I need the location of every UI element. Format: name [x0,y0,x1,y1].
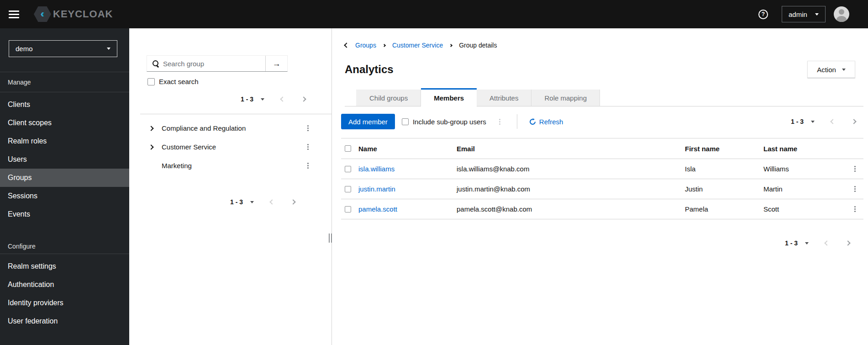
member-name-link[interactable]: isla.williams [358,165,457,173]
divider [0,72,129,72]
pagination-range[interactable]: 1 - 3 [785,239,798,247]
members-pagination-bottom: 1 - 3 [332,236,868,250]
next-page-icon[interactable] [845,240,850,245]
divider [140,114,331,114]
keycloak-logo: ‹‹ KEYCLOAK [34,6,113,22]
configure-nav: Realm settings Authentication Identity p… [0,257,129,330]
select-all-checkbox[interactable] [345,145,351,152]
prev-page-icon[interactable] [269,199,274,204]
action-dropdown-button[interactable]: Action [807,61,855,78]
realm-selector-value: demo [16,45,33,53]
exact-search-checkbox[interactable] [147,78,155,85]
group-search: → [147,55,288,72]
realm-selector[interactable]: demo [9,40,117,57]
sidebar: demo Manage Clients Client scopes Realm … [0,28,129,345]
sidebar-item-clients[interactable]: Clients [0,96,129,114]
kebab-menu-icon[interactable] [305,123,311,133]
members-toolbar: Add member Include sub-group users Refre… [341,112,863,131]
prev-page-icon[interactable] [830,119,835,124]
pagination-range[interactable]: 1 - 3 [241,96,253,103]
caret-down-icon[interactable] [250,201,254,203]
expand-chevron-icon[interactable] [148,144,153,149]
kebab-menu-icon[interactable] [852,184,858,194]
user-menu-dropdown[interactable]: admin [782,6,826,22]
breadcrumb-groups-link[interactable]: Groups [355,42,376,49]
tree-item-customer-service[interactable]: Customer Service [129,138,331,156]
back-chevron-icon[interactable] [344,42,349,48]
member-name-link[interactable]: pamela.scott [358,205,457,213]
user-menu-label: admin [789,11,807,18]
sidebar-item-users[interactable]: Users [0,150,129,169]
member-email: isla.williams@knab.com [457,165,685,173]
exact-search-label: Exact search [159,78,199,85]
breadcrumb-separator-icon [449,43,452,47]
kebab-menu-icon[interactable] [852,164,858,174]
caret-down-icon[interactable] [811,121,815,123]
topbar-actions: ? admin [758,6,868,22]
group-details-main: Groups Customer Service Group details An… [332,28,868,345]
members-table: Name Email First name Last name isla.wil… [341,138,863,219]
groups-tree-panel: → Exact search 1 - 3 Compliance and Regu… [129,28,332,345]
help-icon[interactable]: ? [758,10,768,19]
pagination-range[interactable]: 1 - 3 [230,198,243,206]
kebab-menu-icon[interactable] [852,204,858,214]
group-search-field[interactable] [147,56,265,71]
tab-bar: Child groups Members Attributes Role map… [345,88,863,106]
sidebar-item-identity-providers[interactable]: Identity providers [0,294,129,312]
title-row: Analytics Action [345,61,855,78]
tree-item-marketing[interactable]: Marketing [129,156,331,175]
member-first-name: Pamela [685,205,763,213]
sidebar-item-events[interactable]: Events [0,205,129,223]
sidebar-item-user-federation[interactable]: User federation [0,312,129,330]
pagination-range[interactable]: 1 - 3 [791,118,804,125]
kebab-menu-icon[interactable] [496,117,503,127]
manage-nav: Clients Client scopes Realm roles Users … [0,96,129,223]
caret-down-icon[interactable] [261,98,264,101]
group-tree: Compliance and Regulation Customer Servi… [129,119,331,175]
sidebar-item-realm-settings[interactable]: Realm settings [0,257,129,276]
member-name-link[interactable]: justin.martin [358,185,457,193]
avatar[interactable] [834,6,849,22]
include-subgroups-checkbox[interactable] [402,118,409,125]
panel-resize-handle[interactable] [329,234,332,243]
top-bar: ‹‹ KEYCLOAK ? admin [0,0,868,28]
search-submit-button[interactable]: → [265,56,287,71]
group-search-input[interactable] [163,60,265,68]
table-row: justin.martin justin.martin@knab.com Jus… [341,179,863,199]
sidebar-item-client-scopes[interactable]: Client scopes [0,114,129,132]
member-last-name: Martin [763,185,846,193]
tab-role-mapping[interactable]: Role mapping [531,90,600,106]
sidebar-item-authentication[interactable]: Authentication [0,276,129,294]
table-row: isla.williams isla.williams@knab.com Isl… [341,159,863,179]
add-member-button[interactable]: Add member [341,114,395,129]
row-checkbox[interactable] [345,206,351,212]
next-page-icon[interactable] [851,119,856,124]
sidebar-item-groups[interactable]: Groups [0,169,129,187]
breadcrumb: Groups Customer Service Group details [345,41,868,50]
sidebar-item-realm-roles[interactable]: Realm roles [0,132,129,150]
refresh-icon [529,118,536,125]
member-last-name: Williams [763,165,846,173]
tab-attributes[interactable]: Attributes [477,90,531,106]
breadcrumb-current: Group details [459,42,497,49]
kebab-menu-icon[interactable] [305,142,311,152]
expand-chevron-icon[interactable] [148,126,153,131]
refresh-link[interactable]: Refresh [529,118,563,126]
tab-child-groups[interactable]: Child groups [356,90,421,106]
next-page-icon[interactable] [290,199,295,204]
column-header-first-name: First name [685,145,763,153]
row-checkbox[interactable] [345,186,351,192]
breadcrumb-customer-service-link[interactable]: Customer Service [392,42,443,49]
prev-page-icon[interactable] [824,240,829,245]
sidebar-item-sessions[interactable]: Sessions [0,187,129,205]
member-email: justin.martin@knab.com [457,185,685,193]
tree-item-compliance-and-regulation[interactable]: Compliance and Regulation [129,119,331,138]
nav-toggle-icon[interactable] [9,11,19,18]
caret-down-icon[interactable] [805,242,809,244]
kebab-menu-icon[interactable] [305,161,311,170]
breadcrumb-separator-icon [383,43,386,47]
row-checkbox[interactable] [345,166,351,172]
tab-members[interactable]: Members [421,88,477,108]
next-page-icon[interactable] [301,96,306,101]
prev-page-icon[interactable] [280,96,285,101]
